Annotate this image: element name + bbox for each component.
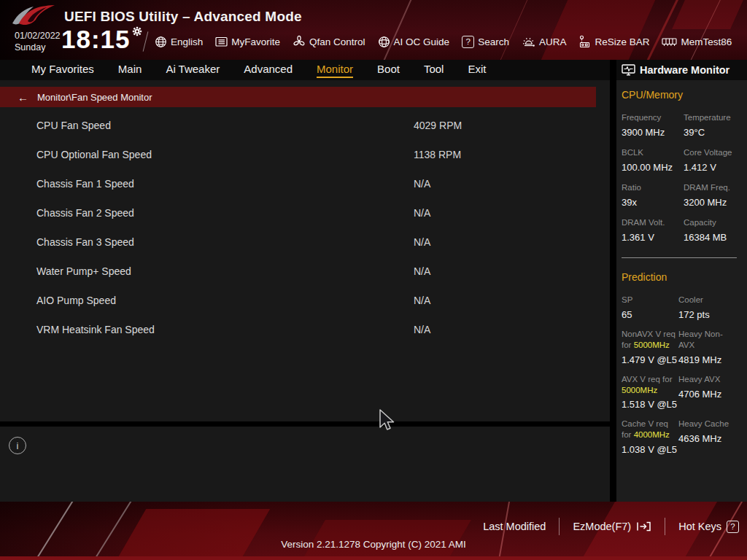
time-display[interactable]: 18:15 [61,25,131,54]
tab-boot[interactable]: Boot [377,63,400,78]
fan-value: N/A [414,178,610,190]
list-item[interactable]: Chassis Fan 1 Speed N/A [0,169,610,198]
app-title: UEFI BIOS Utility – Advanced Mode [64,9,302,25]
resize-bar-icon [578,35,591,49]
search-label: Search [478,36,509,47]
main-menu-bar: My Favorites Main Ai Tweaker Advanced Mo… [0,60,747,80]
myfavorite-icon [215,36,228,47]
ezmode-button[interactable]: EzMode(F7) [573,521,651,532]
fan-value: N/A [414,265,610,277]
stat-dram-volt: DRAM Volt. 1.361 V [622,217,684,243]
hardware-monitor-panel: CPU/Memory Frequency 3900 MHz Temperatur… [616,80,747,502]
stat-sp: SP 65 [622,295,678,320]
aura-label: AURA [539,36,567,47]
list-item[interactable]: Chassis Fan 3 Speed N/A [0,228,610,257]
list-item[interactable]: CPU Fan Speed 4029 RPM [0,111,610,140]
footer-actions: Last Modified EzMode(F7) Hot Keys ? [483,518,739,535]
help-divider [0,421,610,427]
stat-nonavx-vreq: NonAVX V req for 5000MHz 1.479 V @L5 [622,329,678,365]
section-title-cpu-memory: CPU/Memory [622,89,741,101]
fan-label: CPU Optional Fan Speed [36,149,414,160]
stat-heavy-nonavx: Heavy Non-AVX 4819 MHz [678,329,741,365]
tab-my-favorites[interactable]: My Favorites [31,63,94,78]
globe-icon [155,36,167,48]
cpu-memory-grid: Frequency 3900 MHz Temperature 39°C BCLK… [622,112,741,252]
resize-bar-label: ReSize BAR [595,36,649,47]
aura-button[interactable]: AURA [522,36,567,48]
date-text: 01/02/2022 [15,31,61,42]
tab-monitor[interactable]: Monitor [317,63,353,78]
stat-heavy-cache: Heavy Cache 4636 MHz [678,419,741,455]
back-arrow-icon[interactable]: ← [18,91,28,104]
highlight-frequency: 5000MHz [622,386,657,394]
menu-tabs: My Favorites Main Ai Tweaker Advanced Mo… [31,60,486,80]
memtest-button[interactable]: MemTest86 [662,36,732,47]
fan-value: 4029 RPM [414,120,610,131]
quick-access-bar: English MyFavorite [155,29,732,54]
myfavorite-button[interactable]: MyFavorite [215,36,280,47]
fan-speed-list: CPU Fan Speed 4029 RPM CPU Optional Fan … [0,111,610,344]
breadcrumb-text: Monitor\Fan Speed Monitor [37,92,152,103]
qfan-control-button[interactable]: Qfan Control [293,35,365,48]
time-text: 18:15 [61,25,131,53]
ai-oc-globe-icon [378,36,390,48]
question-box-icon: ? [727,521,739,533]
list-item[interactable]: CPU Optional Fan Speed 1138 RPM [0,140,610,169]
ezmode-exit-icon [636,521,651,532]
mouse-cursor [379,409,396,431]
hardware-monitor-header: Hardware Monitor [622,60,729,80]
footer-bar: Last Modified EzMode(F7) Hot Keys ? [0,502,747,560]
header-divider [143,31,149,51]
fan-icon [293,35,306,48]
fan-value: N/A [414,295,610,306]
language-label: English [171,36,203,47]
fan-label: Chassis Fan 2 Speed [36,207,414,219]
background-texture [30,502,74,560]
fan-value: N/A [414,236,610,248]
hot-keys-button[interactable]: Hot Keys ? [678,521,739,533]
list-item[interactable]: AIO Pump Speed N/A [0,286,610,315]
list-item[interactable]: Chassis Fan 2 Speed N/A [0,198,610,228]
section-title-prediction: Prediction [622,271,741,283]
background-texture [88,502,132,560]
bios-screen: UEFI BIOS Utility – Advanced Mode 01/02/… [0,0,747,560]
myfavorite-label: MyFavorite [231,36,280,47]
breadcrumb[interactable]: ← Monitor\Fan Speed Monitor [0,87,596,107]
list-item[interactable]: Water Pump+ Speed N/A [0,257,610,286]
rog-logo-icon [12,3,55,29]
tab-advanced[interactable]: Advanced [244,63,293,78]
resize-bar-button[interactable]: ReSize BAR [578,35,649,49]
gear-icon[interactable] [132,26,142,36]
header-bar: UEFI BIOS Utility – Advanced Mode 01/02/… [0,0,747,60]
stat-frequency: Frequency 3900 MHz [622,112,684,138]
tab-tool[interactable]: Tool [424,63,444,78]
stat-capacity: Capacity 16384 MB [684,217,741,243]
fan-value: N/A [414,324,610,335]
ai-oc-guide-label: AI OC Guide [394,36,450,47]
date-display[interactable]: 01/02/2022 Sunday [15,31,61,53]
fan-label: Chassis Fan 1 Speed [36,178,414,190]
ai-oc-guide-button[interactable]: AI OC Guide [378,36,450,48]
tab-main[interactable]: Main [118,63,142,78]
language-button[interactable]: English [155,36,203,48]
stat-core-voltage: Core Voltage 1.412 V [684,147,741,173]
last-modified-button[interactable]: Last Modified [483,521,546,532]
qfan-label: Qfan Control [309,36,365,47]
tab-exit[interactable]: Exit [468,63,486,78]
list-item[interactable]: VRM Heatsink Fan Speed N/A [0,315,610,344]
footer-separator [559,518,560,535]
stat-bclk: BCLK 100.00 MHz [622,147,684,173]
stat-cooler: Cooler 172 pts [678,295,741,320]
question-box-icon: ? [462,36,474,48]
tab-ai-tweaker[interactable]: Ai Tweaker [166,63,220,78]
fan-label: AIO Pump Speed [36,295,414,306]
search-button[interactable]: ? Search [462,36,509,48]
sidebar-divider [622,257,737,258]
stat-avx-vreq: AVX V req for 5000MHz 1.518 V @L5 [622,374,678,411]
fan-label: Chassis Fan 3 Speed [36,236,414,248]
stat-dram-freq: DRAM Freq. 3200 MHz [684,182,741,208]
fan-label: VRM Heatsink Fan Speed [36,324,414,335]
version-text: Version 2.21.1278 Copyright (C) 2021 AMI [0,539,747,550]
footer-accent-strip [0,556,747,560]
background-texture [117,509,270,560]
